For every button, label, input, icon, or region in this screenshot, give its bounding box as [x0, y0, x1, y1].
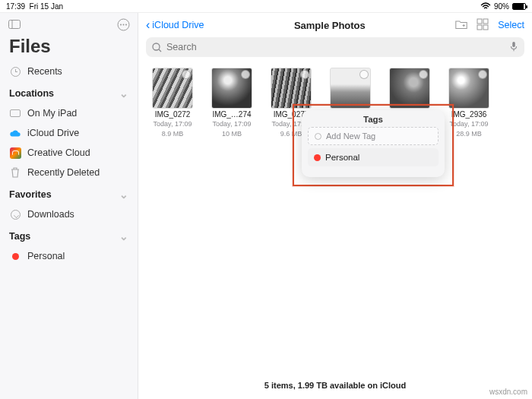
svg-point-5: [125, 24, 127, 25]
file-thumbnail[interactable]: [271, 68, 312, 109]
sidebar-item-downloads[interactable]: Downloads: [0, 204, 138, 224]
tag-row-personal[interactable]: Personal: [308, 148, 439, 166]
file-item[interactable]: IMG_0272 Today, 17:09 8.9 MB: [150, 68, 195, 138]
file-thumbnail[interactable]: [211, 68, 252, 109]
sidebar-item-creative-cloud[interactable]: Creative Cloud: [0, 143, 138, 163]
page-title: Sample Photos: [210, 20, 449, 31]
back-button[interactable]: ‹ iCloud Drive: [146, 19, 204, 31]
file-name: IMG_0272: [150, 110, 195, 119]
trash-icon: [9, 166, 21, 179]
status-date: Fri 15 Jan: [30, 2, 63, 11]
file-thumbnail[interactable]: [152, 68, 193, 109]
file-thumbnail[interactable]: [389, 68, 430, 109]
file-date: Today, 17:09: [450, 120, 489, 128]
sidebar-item-label: Recents: [27, 66, 62, 77]
svg-rect-8: [477, 25, 482, 30]
back-label: iCloud Drive: [152, 20, 204, 30]
tag-dot-icon: [314, 154, 321, 161]
sidebar-item-label: Recently Deleted: [27, 167, 100, 178]
file-date: Today, 17:09: [154, 120, 192, 128]
chevron-down-icon: ⌄: [119, 188, 128, 201]
file-size: 8.9 MB: [162, 130, 184, 138]
sidebar-item-recently-deleted[interactable]: Recently Deleted: [0, 163, 138, 182]
view-grid-icon[interactable]: [477, 18, 489, 33]
chevron-down-icon: ⌄: [119, 230, 128, 242]
sidebar-item-icloud[interactable]: iCloud Drive: [0, 123, 138, 143]
mic-icon[interactable]: [509, 41, 518, 54]
sidebar-section-tags[interactable]: Tags ⌄: [0, 224, 138, 246]
sidebar-item-on-ipad[interactable]: On My iPad: [0, 103, 138, 123]
select-button[interactable]: Select: [498, 20, 524, 30]
sidebar-section-favorites[interactable]: Favorites ⌄: [0, 182, 138, 204]
selection-circle-icon[interactable]: [182, 70, 191, 79]
svg-rect-6: [477, 19, 482, 24]
selection-circle-icon[interactable]: [359, 70, 369, 79]
add-new-tag-field[interactable]: Add New Tag: [308, 127, 439, 145]
battery-pct: 90%: [494, 2, 509, 11]
clock-icon: [11, 67, 21, 77]
svg-rect-7: [483, 19, 488, 24]
sidebar: Files Recents Locations ⌄ On My iPad iCl…: [0, 13, 138, 399]
tags-popover: Tags Add New Tag Personal: [302, 110, 445, 177]
sidebar-item-recents[interactable]: Recents: [0, 62, 138, 81]
status-time: 17:39: [6, 2, 25, 11]
download-icon: [11, 210, 21, 220]
status-bar: 17:39 Fri 15 Jan 90%: [0, 0, 532, 12]
app-title: Files: [0, 34, 138, 62]
sidebar-item-label: Downloads: [27, 209, 74, 220]
svg-rect-12: [512, 41, 515, 46]
svg-point-4: [122, 24, 124, 25]
toolbar: ‹ iCloud Drive Sample Photos Select: [138, 13, 532, 37]
sidebar-item-label: Personal: [27, 251, 65, 261]
sidebar-item-tag-personal[interactable]: Personal: [0, 246, 138, 266]
svg-rect-0: [9, 21, 21, 29]
cloud-icon: [9, 127, 21, 139]
sidebar-item-label: Creative Cloud: [27, 147, 90, 158]
svg-line-11: [159, 49, 161, 52]
svg-rect-9: [483, 25, 488, 30]
file-name: IMG_…274: [210, 110, 254, 119]
empty-tag-icon: [315, 133, 321, 140]
new-folder-icon[interactable]: [455, 18, 467, 33]
chevron-left-icon: ‹: [146, 19, 150, 31]
file-date: Today, 17:09: [213, 120, 252, 128]
sidebar-toggle-icon[interactable]: [8, 17, 21, 31]
svg-point-10: [153, 43, 160, 50]
annotation-highlight: Tags Add New Tag Personal: [293, 104, 454, 186]
file-thumbnail[interactable]: [448, 68, 489, 109]
watermark: wsxdn.com: [489, 388, 527, 396]
selection-circle-icon[interactable]: [300, 70, 309, 79]
tag-dot-icon: [12, 253, 19, 260]
search-bar[interactable]: [146, 37, 524, 57]
more-icon[interactable]: [116, 17, 130, 31]
selection-circle-icon[interactable]: [419, 70, 428, 79]
add-new-tag-label: Add New Tag: [326, 131, 375, 141]
svg-point-3: [120, 24, 122, 25]
sidebar-item-label: iCloud Drive: [27, 128, 79, 138]
sidebar-item-label: On My iPad: [27, 108, 77, 119]
wifi-icon: [480, 2, 491, 10]
popover-title: Tags: [308, 115, 439, 127]
creative-cloud-icon: [10, 147, 21, 159]
file-size: 28.9 MB: [456, 130, 482, 138]
battery-icon: [512, 3, 526, 10]
main-pane: ‹ iCloud Drive Sample Photos Select IMG_…: [138, 13, 532, 399]
status-right: 90%: [480, 2, 526, 11]
file-thumbnail[interactable]: [330, 68, 371, 109]
file-size: 10 MB: [222, 130, 242, 138]
file-item[interactable]: IMG_…274 Today, 17:09 10 MB: [210, 68, 254, 138]
tag-row-label: Personal: [325, 153, 359, 162]
search-input[interactable]: [166, 42, 505, 52]
sidebar-section-locations[interactable]: Locations ⌄: [0, 81, 138, 103]
ipad-icon: [10, 109, 21, 117]
search-icon: [152, 43, 162, 52]
chevron-down-icon: ⌄: [119, 87, 128, 100]
selection-circle-icon[interactable]: [241, 70, 250, 79]
footer-status: 5 items, 1.99 TB available on iCloud: [138, 381, 532, 390]
selection-circle-icon[interactable]: [478, 70, 487, 79]
status-left: 17:39 Fri 15 Jan: [6, 2, 63, 11]
